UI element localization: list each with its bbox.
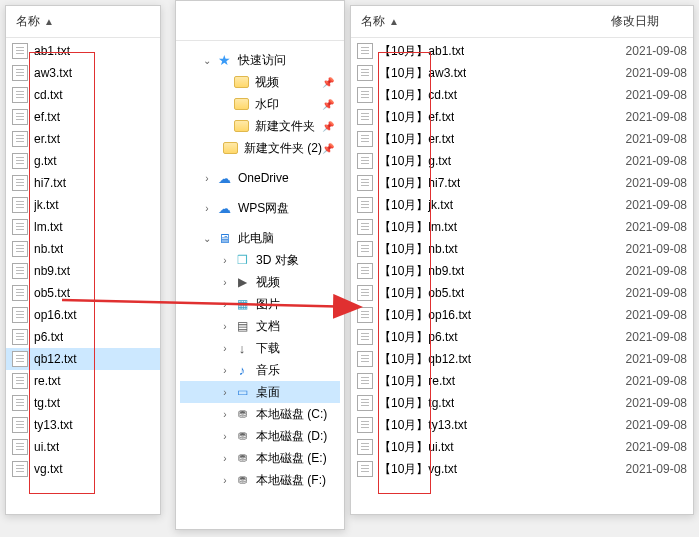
tree-item-label: 新建文件夹 (2) (244, 140, 322, 157)
chevron-right-icon[interactable]: › (218, 429, 232, 443)
chevron-right-icon[interactable]: › (218, 451, 232, 465)
chevron-down-icon[interactable]: ⌄ (200, 53, 214, 67)
tree-item[interactable]: ⌄🖥此电脑 (180, 227, 340, 249)
column-header-name[interactable]: 名称 ▲ (6, 13, 146, 30)
tree-item[interactable]: ›↓下载 (180, 337, 340, 359)
file-row[interactable]: nb.txt (6, 238, 160, 260)
tree-item[interactable]: ›☁OneDrive (180, 167, 340, 189)
file-row[interactable]: 【10月】vg.txt2021-09-08 (351, 458, 693, 480)
file-row[interactable]: 【10月】cd.txt2021-09-08 (351, 84, 693, 106)
chevron-right-icon[interactable]: › (218, 253, 232, 267)
file-name: 【10月】ob5.txt (379, 285, 464, 302)
file-row[interactable]: 【10月】er.txt2021-09-08 (351, 128, 693, 150)
file-list-right: 【10月】ab1.txt2021-09-08【10月】aw3.txt2021-0… (351, 38, 693, 480)
tree-item[interactable]: 水印📌 (180, 93, 340, 115)
file-row[interactable]: op16.txt (6, 304, 160, 326)
right-explorer-panel: 名称 ▲ 修改日期 【10月】ab1.txt2021-09-08【10月】aw3… (350, 5, 694, 515)
file-row[interactable]: 【10月】tg.txt2021-09-08 (351, 392, 693, 414)
chevron-right-icon[interactable]: › (218, 275, 232, 289)
file-row[interactable]: 【10月】p6.txt2021-09-08 (351, 326, 693, 348)
tree-item[interactable]: ›⛃本地磁盘 (F:) (180, 469, 340, 491)
file-row[interactable]: 【10月】re.txt2021-09-08 (351, 370, 693, 392)
file-icon (12, 439, 28, 455)
file-row[interactable]: 【10月】nb9.txt2021-09-08 (351, 260, 693, 282)
file-row[interactable]: hi7.txt (6, 172, 160, 194)
file-row[interactable]: ab1.txt (6, 40, 160, 62)
file-row[interactable]: 【10月】aw3.txt2021-09-08 (351, 62, 693, 84)
file-name: p6.txt (34, 330, 63, 344)
chevron-right-icon[interactable]: › (200, 171, 214, 185)
file-row[interactable]: 【10月】lm.txt2021-09-08 (351, 216, 693, 238)
tree-item[interactable]: 视频📌 (180, 71, 340, 93)
file-row[interactable]: ef.txt (6, 106, 160, 128)
chevron-right-icon[interactable]: › (200, 201, 214, 215)
chevron-right-icon[interactable]: › (218, 473, 232, 487)
file-row[interactable]: ui.txt (6, 436, 160, 458)
chevron-right-icon[interactable]: › (218, 297, 232, 311)
tree-item[interactable]: ›⛃本地磁盘 (C:) (180, 403, 340, 425)
file-row[interactable]: 【10月】jk.txt2021-09-08 (351, 194, 693, 216)
tree-item[interactable]: ›▤文档 (180, 315, 340, 337)
file-icon (357, 307, 373, 323)
tree-item[interactable]: ›⛃本地磁盘 (E:) (180, 447, 340, 469)
file-row[interactable]: 【10月】ui.txt2021-09-08 (351, 436, 693, 458)
tree-item[interactable]: ›❒3D 对象 (180, 249, 340, 271)
file-row[interactable]: vg.txt (6, 458, 160, 480)
tree-item[interactable]: ›♪音乐 (180, 359, 340, 381)
chevron-right-icon[interactable]: › (218, 341, 232, 355)
chevron-right-icon[interactable]: › (218, 385, 232, 399)
file-row[interactable]: er.txt (6, 128, 160, 150)
file-date: 2021-09-08 (626, 418, 687, 432)
file-row[interactable]: 【10月】ob5.txt2021-09-08 (351, 282, 693, 304)
tree-item[interactable]: ›⛃本地磁盘 (D:) (180, 425, 340, 447)
file-row[interactable]: lm.txt (6, 216, 160, 238)
tree-item[interactable]: ›☁WPS网盘 (180, 197, 340, 219)
file-row[interactable]: 【10月】ab1.txt2021-09-08 (351, 40, 693, 62)
file-row[interactable]: jk.txt (6, 194, 160, 216)
file-row[interactable]: ty13.txt (6, 414, 160, 436)
file-row[interactable]: aw3.txt (6, 62, 160, 84)
file-name: 【10月】vg.txt (379, 461, 457, 478)
file-row[interactable]: 【10月】hi7.txt2021-09-08 (351, 172, 693, 194)
tree-item[interactable]: 新建文件夹 (2)📌 (180, 137, 340, 159)
file-icon (12, 219, 28, 235)
file-row[interactable]: 【10月】g.txt2021-09-08 (351, 150, 693, 172)
chevron-right-icon[interactable]: › (218, 363, 232, 377)
file-name: jk.txt (34, 198, 59, 212)
file-row[interactable]: cd.txt (6, 84, 160, 106)
file-row[interactable]: 【10月】qb12.txt2021-09-08 (351, 348, 693, 370)
file-date: 2021-09-08 (626, 110, 687, 124)
tree-item[interactable]: ⌄★快速访问 (180, 49, 340, 71)
file-date: 2021-09-08 (626, 440, 687, 454)
chevron-right-icon[interactable]: › (218, 319, 232, 333)
file-row[interactable]: re.txt (6, 370, 160, 392)
file-row[interactable]: p6.txt (6, 326, 160, 348)
file-date: 2021-09-08 (626, 242, 687, 256)
file-row[interactable]: 【10月】ty13.txt2021-09-08 (351, 414, 693, 436)
folder-icon (234, 76, 249, 88)
file-name: 【10月】aw3.txt (379, 65, 466, 82)
file-row[interactable]: qb12.txt (6, 348, 160, 370)
chevron-down-icon[interactable]: ⌄ (200, 231, 214, 245)
file-date: 2021-09-08 (626, 44, 687, 58)
file-name: 【10月】op16.txt (379, 307, 471, 324)
file-row[interactable]: g.txt (6, 150, 160, 172)
file-row[interactable]: 【10月】ef.txt2021-09-08 (351, 106, 693, 128)
file-row[interactable]: nb9.txt (6, 260, 160, 282)
tree-item[interactable]: ›▭桌面 (180, 381, 340, 403)
folder-icon (223, 142, 238, 154)
music-icon: ♪ (234, 362, 250, 378)
column-header-name[interactable]: 名称 ▲ (351, 13, 601, 30)
tree-item[interactable]: 新建文件夹📌 (180, 115, 340, 137)
chevron-right-icon[interactable]: › (218, 407, 232, 421)
tree-item[interactable]: ›▦图片 (180, 293, 340, 315)
file-row[interactable]: ob5.txt (6, 282, 160, 304)
tree-item[interactable]: ›▶视频 (180, 271, 340, 293)
file-row[interactable]: 【10月】nb.txt2021-09-08 (351, 238, 693, 260)
file-row[interactable]: tg.txt (6, 392, 160, 414)
column-header-date[interactable]: 修改日期 (601, 13, 693, 30)
column-header-name-label: 名称 (361, 13, 385, 30)
sort-asc-icon: ▲ (389, 16, 399, 27)
file-name: aw3.txt (34, 66, 72, 80)
file-row[interactable]: 【10月】op16.txt2021-09-08 (351, 304, 693, 326)
